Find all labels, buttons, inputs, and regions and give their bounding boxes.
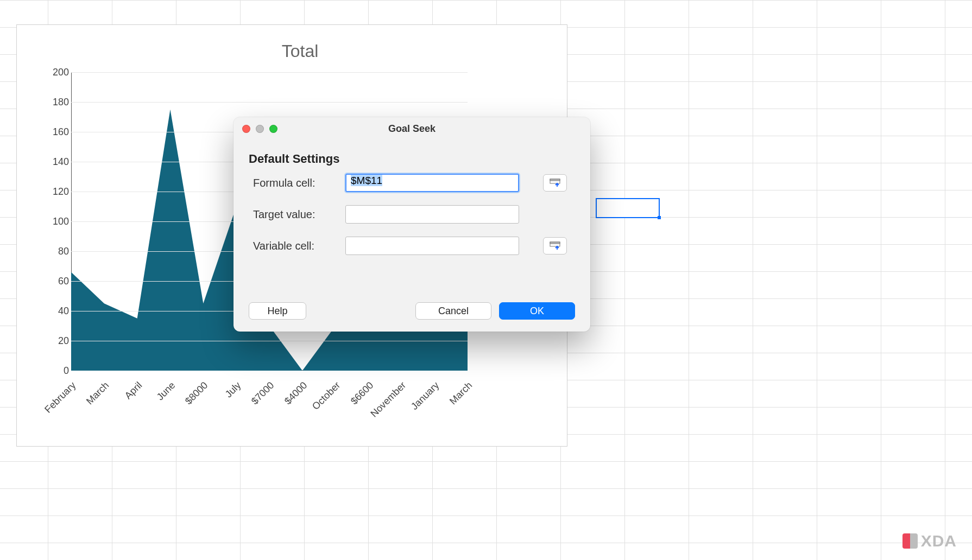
variable-cell-range-picker-button[interactable] <box>543 237 567 254</box>
watermark: XDA <box>902 532 957 550</box>
x-tick-label: April <box>122 380 144 402</box>
y-tick-label: 20 <box>45 335 69 347</box>
chart-y-axis: 020406080100120140160180200 <box>45 72 69 371</box>
y-tick-label: 40 <box>45 306 69 317</box>
y-tick-label: 100 <box>45 216 69 227</box>
chart-x-labels: FebruaryMarchAprilJune$8000July$7000$400… <box>71 371 468 414</box>
formula-cell-range-picker-button[interactable] <box>543 174 567 192</box>
close-icon[interactable] <box>242 125 250 133</box>
x-tick-label: February <box>42 380 78 416</box>
x-tick-label: $8000 <box>183 380 210 407</box>
help-button[interactable]: Help <box>249 302 306 320</box>
selected-cell[interactable] <box>596 198 660 218</box>
cancel-button[interactable]: Cancel <box>415 302 491 320</box>
watermark-icon <box>902 533 918 549</box>
y-gridline <box>71 72 468 73</box>
y-tick-label: 160 <box>45 126 69 138</box>
dialog-title: Goal Seek <box>233 123 590 135</box>
y-tick-label: 120 <box>45 186 69 198</box>
chart-title: Total <box>49 41 551 61</box>
formula-cell-label: Formula cell: <box>253 177 345 189</box>
variable-cell-input[interactable] <box>345 237 519 255</box>
x-tick-label: November <box>369 380 409 420</box>
watermark-text: XDA <box>921 532 957 550</box>
y-gridline <box>71 341 468 341</box>
y-tick-label: 140 <box>45 156 69 168</box>
y-tick-label: 0 <box>45 365 69 377</box>
x-tick-label: $7000 <box>249 380 276 407</box>
y-tick-label: 60 <box>45 276 69 287</box>
dialog-buttons: Help Cancel OK <box>233 302 590 320</box>
variable-cell-label: Variable cell: <box>253 240 345 252</box>
dialog-section-heading: Default Settings <box>233 140 590 171</box>
x-tick-label: October <box>310 380 343 412</box>
y-tick-label: 200 <box>45 67 69 78</box>
target-value-row: Target value: <box>249 205 575 224</box>
minimize-icon <box>256 125 264 133</box>
target-value-label: Target value: <box>253 208 345 221</box>
x-tick-label: $4000 <box>282 380 310 407</box>
x-tick-label: $6600 <box>348 380 375 407</box>
x-tick-label: July <box>223 380 243 400</box>
zoom-icon[interactable] <box>269 125 277 133</box>
formula-cell-row: Formula cell: $M$11 <box>249 174 575 192</box>
x-tick-label: March <box>447 380 475 407</box>
goal-seek-dialog: Goal Seek Default Settings Formula cell:… <box>233 117 590 332</box>
x-tick-label: March <box>84 380 111 407</box>
dialog-form: Formula cell: $M$11 Target value: Variab… <box>233 171 590 255</box>
ok-button[interactable]: OK <box>499 302 575 320</box>
y-gridline <box>71 102 468 103</box>
formula-cell-input[interactable]: $M$11 <box>345 174 519 192</box>
svg-rect-1 <box>550 179 560 181</box>
shrink-icon <box>550 241 560 250</box>
variable-cell-row: Variable cell: <box>249 237 575 255</box>
shrink-icon <box>550 179 560 187</box>
y-tick-label: 180 <box>45 97 69 108</box>
svg-rect-3 <box>550 242 560 244</box>
dialog-titlebar[interactable]: Goal Seek <box>233 117 590 140</box>
y-tick-label: 80 <box>45 246 69 257</box>
target-value-input[interactable] <box>345 205 519 224</box>
x-tick-label: June <box>154 380 177 403</box>
x-tick-label: January <box>409 380 441 412</box>
